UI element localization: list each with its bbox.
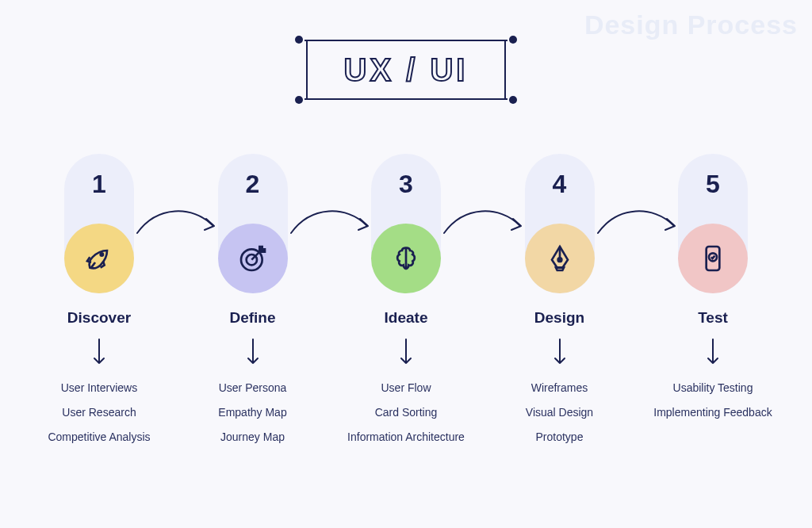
stages-row: 1 Discover User Interviews User Research… bbox=[32, 154, 780, 449]
step-number: 2 bbox=[246, 170, 260, 199]
icon-circle bbox=[678, 224, 748, 293]
phone-check-icon bbox=[697, 243, 729, 274]
task-item: Visual Design bbox=[526, 400, 593, 425]
task-item: Information Architecture bbox=[347, 425, 465, 450]
stage-title: Test bbox=[698, 309, 728, 327]
icon-circle bbox=[64, 224, 134, 293]
step-number: 4 bbox=[553, 170, 567, 199]
icon-circle bbox=[525, 224, 595, 293]
task-list: User Persona Empathy Map Journey Map bbox=[218, 376, 286, 449]
title-text: UX / UI bbox=[295, 33, 517, 106]
svg-point-2 bbox=[557, 258, 561, 262]
task-list: Usability Testing Implementing Feedback bbox=[653, 376, 772, 425]
down-arrow-icon bbox=[244, 338, 262, 368]
icon-circle bbox=[371, 224, 441, 293]
task-item: Empathy Map bbox=[218, 400, 286, 425]
stage-title: Discover bbox=[67, 309, 131, 327]
stage-design: 4 Design Wireframes Visual Design Protot… bbox=[492, 154, 627, 449]
task-item: Prototype bbox=[526, 425, 593, 450]
step-number: 5 bbox=[706, 170, 720, 199]
stage-title: Design bbox=[534, 309, 584, 327]
watermark-text: Design Process bbox=[584, 10, 798, 40]
stage-pill: 3 bbox=[371, 154, 441, 293]
target-icon bbox=[237, 243, 269, 274]
stage-define: 2 Define User Persona Empathy Map Journe… bbox=[186, 154, 320, 449]
stage-pill: 1 bbox=[64, 154, 134, 293]
down-arrow-icon bbox=[90, 338, 108, 368]
task-item: User Research bbox=[48, 400, 150, 425]
pen-icon bbox=[544, 243, 576, 274]
stage-title: Ideate bbox=[385, 309, 428, 327]
stage-ideate: 3 Ideate User Flow Card Sorting Informat… bbox=[339, 154, 473, 449]
stage-test: 5 Test Usability Testing Implementing Fe… bbox=[645, 154, 780, 449]
task-item: Wireframes bbox=[526, 376, 593, 400]
stage-title: Define bbox=[229, 309, 275, 327]
task-item: Competitive Analysis bbox=[48, 425, 150, 450]
step-number: 3 bbox=[399, 170, 413, 199]
task-list: Wireframes Visual Design Prototype bbox=[526, 376, 593, 449]
rocket-icon bbox=[83, 243, 115, 274]
stage-pill: 5 bbox=[678, 154, 748, 293]
task-list: User Interviews User Research Competitiv… bbox=[48, 376, 150, 449]
down-arrow-icon bbox=[397, 338, 415, 368]
icon-circle bbox=[218, 224, 288, 293]
task-item: Usability Testing bbox=[653, 376, 772, 400]
task-item: Journey Map bbox=[218, 425, 286, 450]
task-list: User Flow Card Sorting Information Archi… bbox=[347, 376, 465, 449]
down-arrow-icon bbox=[704, 338, 722, 368]
title-badge: UX / UI bbox=[295, 33, 517, 106]
stage-pill: 2 bbox=[218, 154, 288, 293]
task-item: User Flow bbox=[347, 376, 465, 400]
down-arrow-icon bbox=[551, 338, 569, 368]
task-item: Card Sorting bbox=[347, 400, 465, 425]
task-item: User Interviews bbox=[48, 376, 150, 400]
stage-discover: 1 Discover User Interviews User Research… bbox=[32, 154, 167, 449]
brain-icon bbox=[390, 243, 422, 274]
task-item: User Persona bbox=[218, 376, 286, 400]
step-number: 1 bbox=[92, 170, 106, 199]
stage-pill: 4 bbox=[525, 154, 595, 293]
task-item: Implementing Feedback bbox=[653, 400, 772, 425]
